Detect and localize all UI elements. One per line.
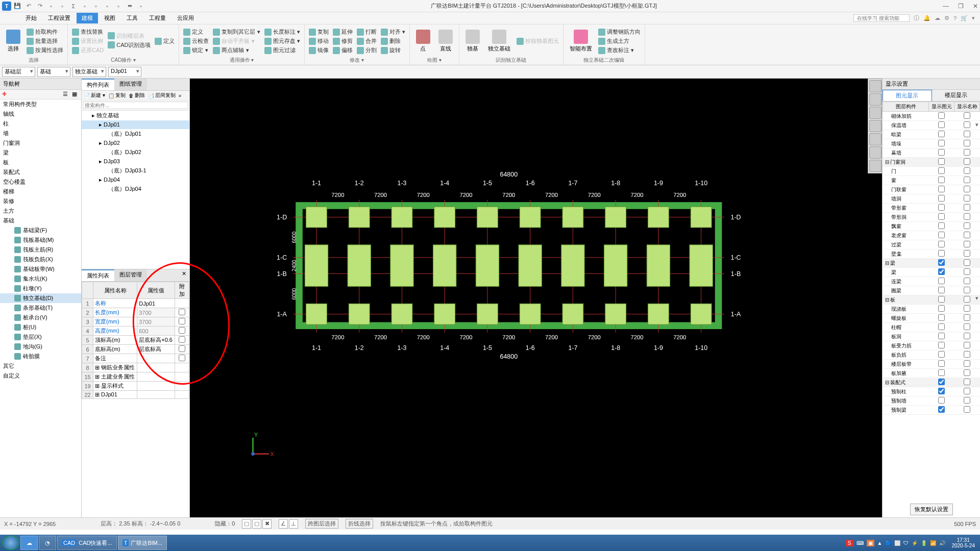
view-icon[interactable]: [869, 133, 881, 145]
rb[interactable]: 云检查: [182, 37, 210, 45]
view-icon[interactable]: [869, 93, 881, 106]
more-icon[interactable]: »: [179, 93, 182, 98]
save-icon[interactable]: 💾: [13, 2, 21, 10]
sb-btn[interactable]: ⊥: [289, 519, 298, 529]
rb[interactable]: 查找替换: [71, 28, 105, 36]
rb[interactable]: 打断: [356, 28, 378, 36]
nav-item[interactable]: 常用构件类型: [0, 99, 81, 109]
qat-icon[interactable]: Σ: [69, 2, 78, 10]
nav-item[interactable]: 地沟(G): [0, 342, 81, 352]
del-btn[interactable]: 🗑 删除: [129, 92, 145, 99]
nav-item[interactable]: 板: [0, 158, 81, 167]
nav-item[interactable]: 垫层(X): [0, 332, 81, 342]
view-icon[interactable]: [869, 146, 881, 159]
rb[interactable]: 生成土方: [597, 37, 642, 45]
qat-icon[interactable]: ▫: [58, 2, 66, 10]
comp-item[interactable]: ▸ 独立基础: [82, 111, 189, 120]
tool-icon[interactable]: ✚: [2, 91, 9, 98]
view-icon[interactable]: [869, 120, 881, 132]
cart-icon[interactable]: 🛒: [961, 15, 968, 21]
batch-btn[interactable]: 批量选择: [26, 37, 64, 45]
prop-table[interactable]: 属性名称属性值附加1名称DJp012长度(mm)37003宽度(mm)37004…: [82, 282, 189, 399]
tray-icon[interactable]: 🔵: [885, 540, 891, 546]
nav-item[interactable]: 轴线: [0, 109, 81, 119]
nav-item[interactable]: 其它: [0, 361, 81, 371]
sb-btn[interactable]: ∠: [279, 519, 288, 529]
sb-mode[interactable]: 跨图层选择: [305, 519, 338, 529]
nav-item[interactable]: 土方: [0, 206, 81, 216]
floorcopy-btn[interactable]: 📑 层间复制: [148, 92, 176, 99]
comp-item[interactable]: ▸ DJp01: [82, 120, 189, 129]
tray-icon[interactable]: ▲: [877, 540, 883, 546]
tab-drawmgr[interactable]: 图纸管理: [114, 79, 147, 90]
rb[interactable]: 复制: [308, 28, 330, 36]
nav-item[interactable]: 柱墩(Y): [0, 284, 81, 293]
nav-item[interactable]: 自定义: [0, 371, 81, 381]
select-button[interactable]: 选择: [3, 29, 23, 54]
tab-complist[interactable]: 构件列表: [82, 79, 114, 90]
rb[interactable]: 两点辅轴 ▾: [212, 46, 261, 55]
smart-layout-btn[interactable]: 智能布置: [567, 29, 595, 54]
reset-button[interactable]: 恢复默认设置: [910, 504, 953, 515]
canvas[interactable]: 1-11-1720072001-21-2720072001-31-3720072…: [190, 79, 882, 517]
type-select[interactable]: 独立基础: [72, 67, 106, 77]
tab-layermgr[interactable]: 图层管理: [114, 269, 147, 281]
menu-tab[interactable]: 云应用: [172, 13, 199, 23]
nav-item[interactable]: 筏板主筋(R): [0, 245, 81, 255]
byprop-btn[interactable]: 按属性选择: [26, 46, 64, 55]
qat-icon[interactable]: ⬌: [126, 2, 134, 10]
nav-item[interactable]: 梁: [0, 148, 81, 158]
nav-item[interactable]: 装修: [0, 196, 81, 206]
gear-icon[interactable]: ⚙: [944, 15, 949, 21]
nav-item[interactable]: 基础: [0, 216, 81, 226]
qat-icon[interactable]: ▫: [81, 2, 89, 10]
menu-tab[interactable]: 工程量: [144, 13, 171, 23]
comp-item[interactable]: （底）DJp04: [82, 184, 189, 194]
redo-icon[interactable]: ↷: [36, 2, 44, 10]
menu-tab[interactable]: 开始: [20, 13, 42, 23]
rb[interactable]: 定义: [154, 37, 176, 45]
comp-tree[interactable]: ▸ 独立基础▸ DJp01（底）DJp01▸ DJp02（底）DJp02▸ DJ…: [82, 111, 189, 269]
nav-item[interactable]: 柱: [0, 119, 81, 129]
nav-item[interactable]: 条形基础(T): [0, 303, 81, 313]
sb-btn[interactable]: ▢: [242, 519, 251, 529]
nav-tree[interactable]: 常用构件类型轴线柱墙门窗洞梁板装配式空心楼盖楼梯装修土方基础基础梁(F)筏板基础…: [0, 99, 81, 517]
layer-table[interactable]: 图层构件显示图元显示名称砌体加筋保温墙暗梁墙垛幕墙⊟ 门窗洞门窗门联窗墙洞带形窗…: [883, 102, 980, 415]
rb[interactable]: 延伸: [332, 28, 354, 36]
nav-item[interactable]: 筏板基础(M): [0, 235, 81, 245]
bell-icon[interactable]: 🔔: [923, 15, 930, 21]
menu-tab[interactable]: 工程设置: [43, 13, 76, 23]
orbit-icon[interactable]: [869, 80, 881, 92]
tray-icon[interactable]: ⬜: [894, 540, 900, 546]
nav-item[interactable]: 门窗洞: [0, 138, 81, 148]
menu-tab[interactable]: 视图: [99, 13, 120, 23]
task-item[interactable]: CADCAD快速看...: [57, 536, 117, 550]
qat-icon[interactable]: ▫: [103, 2, 111, 10]
view-icon[interactable]: [869, 107, 881, 119]
tab-eledisplay[interactable]: 图元显示: [883, 90, 932, 101]
rb[interactable]: 偏移: [332, 46, 354, 55]
menu-tab[interactable]: 工具: [121, 13, 143, 23]
floor-select[interactable]: 基础层: [2, 67, 35, 77]
nav-item[interactable]: 桩(U): [0, 322, 81, 332]
tray-icon[interactable]: 🔊: [939, 540, 945, 546]
qat-icon[interactable]: ▫: [92, 2, 100, 10]
rb[interactable]: 调整钢筋方向: [597, 28, 642, 36]
sb-btn[interactable]: ▢: [252, 519, 261, 529]
comp-search[interactable]: [83, 102, 188, 109]
nav-item[interactable]: 桩承台(V): [0, 313, 81, 322]
tray-icon[interactable]: ⌨: [856, 540, 864, 546]
tray-icon[interactable]: 📶: [930, 540, 936, 546]
nav-item[interactable]: 基础梁(F): [0, 226, 81, 235]
nav-item[interactable]: 楼梯: [0, 187, 81, 196]
tray-icon[interactable]: 🔋: [921, 540, 927, 546]
comp-item[interactable]: （底）DJp02: [82, 147, 189, 157]
rb[interactable]: 长度标注 ▾: [263, 28, 301, 36]
tray-icon[interactable]: ▣: [867, 540, 874, 546]
tool-icon[interactable]: ▦: [72, 91, 79, 98]
rb[interactable]: 定义: [182, 28, 210, 36]
close-icon[interactable]: ✕: [973, 3, 978, 10]
nav-item[interactable]: 墙: [0, 129, 81, 138]
pick-btn[interactable]: 拾取构件: [26, 28, 64, 36]
rb[interactable]: 旋转: [380, 46, 406, 55]
